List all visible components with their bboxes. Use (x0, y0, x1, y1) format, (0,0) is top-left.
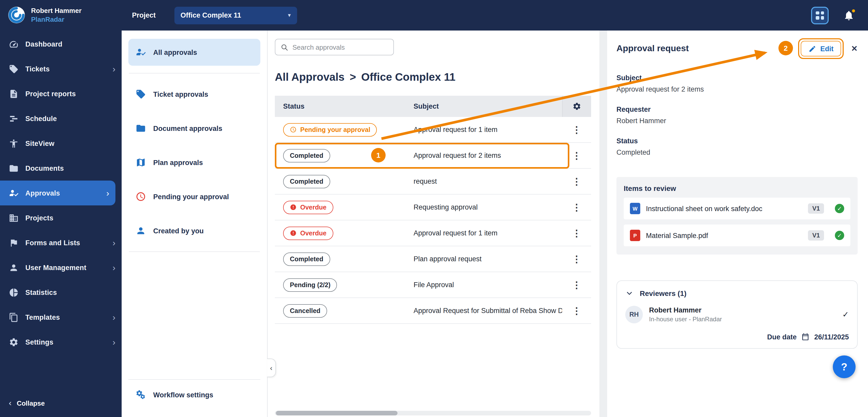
field-value-subject: Approval request for 2 items (616, 85, 858, 93)
kebab-menu-icon[interactable]: ⋮ (572, 279, 581, 290)
horizontal-scrollbar[interactable] (275, 411, 591, 415)
status-cell: Overdue (275, 226, 403, 240)
edit-button-label: Edit (820, 45, 834, 53)
table-header: Status Subject (275, 96, 591, 117)
folder-icon (9, 163, 19, 173)
submenu-item-created-by-you[interactable]: Created by you (128, 217, 260, 244)
column-header-subject: Subject (403, 102, 562, 110)
chevron-right-icon: › (113, 64, 116, 73)
overdue-alert-icon (290, 204, 297, 211)
review-item[interactable]: P Material Sample.pdf V1 ✓ (624, 225, 850, 246)
submenu-item-plan-approvals[interactable]: Plan approvals (128, 149, 260, 176)
submenu-item-pending-your-approval[interactable]: Pending your approval (128, 183, 260, 210)
approved-check-icon: ✓ (835, 231, 844, 240)
search-box[interactable] (275, 39, 394, 55)
siteview-icon (9, 138, 19, 148)
status-label: Pending (2/2) (290, 281, 331, 288)
kebab-menu-icon[interactable]: ⋮ (572, 124, 581, 135)
kebab-menu-icon[interactable]: ⋮ (572, 253, 581, 265)
kebab-menu-icon[interactable]: ⋮ (572, 150, 581, 161)
field-value-requester: Robert Hammer (616, 117, 858, 125)
status-badge: Pending your approval (283, 123, 377, 136)
submenu-collapse-handle[interactable]: ‹ (267, 358, 276, 377)
sidebar-item-project-reports[interactable]: Project reports (0, 81, 122, 106)
subject-cell: Approval Request for Submittal of Reba S… (403, 307, 562, 315)
workflow-settings-button[interactable]: Workflow settings (128, 380, 260, 410)
sidebar-item-label: Schedule (25, 115, 116, 122)
table-row[interactable]: Completed Plan approval request ⋮ (275, 246, 591, 272)
caret-down-icon: ▾ (288, 12, 291, 19)
table-row[interactable]: Cancelled Approval Request for Submittal… (275, 298, 591, 324)
table-settings-gear-icon[interactable] (572, 102, 581, 111)
sidebar-item-label: Documents (25, 164, 116, 172)
kebab-menu-icon[interactable]: ⋮ (572, 201, 581, 213)
sidebar-item-schedule[interactable]: Schedule (0, 106, 122, 131)
table-row[interactable]: Completed request ⋮ (275, 169, 591, 195)
sidebar-item-tickets[interactable]: Tickets› (0, 56, 122, 81)
table-row[interactable]: Pending (2/2) File Approval ⋮ (275, 272, 591, 298)
kebab-menu-icon[interactable]: ⋮ (572, 305, 581, 316)
building-icon (9, 213, 19, 223)
subject-cell: Plan approval request (403, 255, 562, 263)
sidebar-item-statistics[interactable]: Statistics (0, 280, 122, 305)
sidebar-item-siteview[interactable]: SiteView (0, 131, 122, 156)
kebab-menu-icon[interactable]: ⋮ (572, 227, 581, 239)
reviewers-collapse-toggle[interactable]: Reviewers (1) (625, 289, 849, 297)
sidebar-item-label: Settings (25, 338, 106, 346)
review-item-name: Instructional sheet on work safety.doc (646, 204, 803, 213)
scrollbar-thumb[interactable] (276, 411, 398, 415)
chevron-left-icon: ‹ (9, 398, 12, 408)
edit-button[interactable]: Edit (801, 41, 841, 56)
reviewer-name: Robert Hammer (649, 306, 722, 314)
column-header-actions (562, 96, 591, 117)
status-label: Completed (290, 255, 323, 263)
sidebar-item-user-management[interactable]: User Management› (0, 255, 122, 280)
reviewer-row[interactable]: RH Robert Hammer In-house user - PlanRad… (625, 306, 849, 323)
sidebar-item-documents[interactable]: Documents (0, 156, 122, 181)
search-input[interactable] (292, 43, 388, 51)
sidebar-item-label: Project reports (25, 90, 116, 98)
subject-cell: Approval request for 1 item (403, 229, 562, 237)
help-button[interactable]: ? (833, 355, 856, 378)
submenu-item-document-approvals[interactable]: Document approvals (128, 115, 260, 142)
topbar: Project Office Complex 11 ▾ (122, 0, 868, 31)
sidebar-collapse-button[interactable]: ‹ Collapse (0, 395, 54, 411)
subject-cell: File Approval (403, 281, 562, 289)
sidebar-item-forms-and-lists[interactable]: Forms and Lists› (0, 230, 122, 255)
submenu-item-label: All approvals (153, 49, 197, 56)
chevron-right-icon: › (113, 263, 116, 272)
sidebar-item-settings[interactable]: Settings› (0, 329, 122, 354)
approvals-table: Status Subject Pending your approval App… (275, 96, 591, 324)
status-label: Completed (290, 152, 323, 159)
close-icon[interactable]: ✕ (851, 44, 858, 53)
status-badge: Completed (283, 149, 330, 162)
review-item[interactable]: W Instructional sheet on work safety.doc… (624, 198, 850, 219)
apps-icon[interactable] (811, 6, 829, 24)
sidebar-item-dashboard[interactable]: Dashboard (0, 32, 122, 56)
status-label: Overdue (300, 203, 326, 211)
notifications-bell-icon[interactable] (843, 9, 855, 22)
chevron-right-icon: › (113, 338, 116, 346)
table-row-selected[interactable]: Completed Approval request for 2 items ⋮ (275, 143, 591, 169)
table-row[interactable]: Pending your approval Approval request f… (275, 117, 591, 143)
breadcrumb-root[interactable]: All Approvals (275, 71, 344, 83)
sidebar-item-label: Projects (25, 214, 116, 222)
table-row[interactable]: Overdue Approval request for 1 item ⋮ (275, 220, 591, 246)
user-block[interactable]: Robert Hammer PlanRadar (0, 0, 122, 28)
sidebar: Robert Hammer PlanRadar Dashboard Ticket… (0, 0, 122, 417)
sidebar-item-templates[interactable]: Templates› (0, 305, 122, 329)
sidebar-item-approvals[interactable]: Approvals› (0, 181, 116, 205)
project-selector[interactable]: Office Complex 11 ▾ (175, 6, 297, 24)
reviewer-approved-check-icon: ✓ (842, 310, 849, 319)
status-badge: Overdue (283, 226, 333, 240)
submenu-item-all-approvals[interactable]: All approvals (128, 39, 260, 66)
kebab-menu-icon[interactable]: ⋮ (572, 175, 581, 187)
table-row[interactable]: Overdue Requesting approval ⋮ (275, 195, 591, 220)
sidebar-item-label: SiteView (25, 139, 116, 147)
sidebar-item-projects[interactable]: Projects (0, 205, 122, 230)
planradar-logo (7, 6, 26, 24)
sidebar-item-label: User Management (25, 264, 106, 271)
status-label: Overdue (300, 229, 326, 237)
approvals-icon (9, 188, 19, 198)
submenu-item-ticket-approvals[interactable]: Ticket approvals (128, 81, 260, 107)
